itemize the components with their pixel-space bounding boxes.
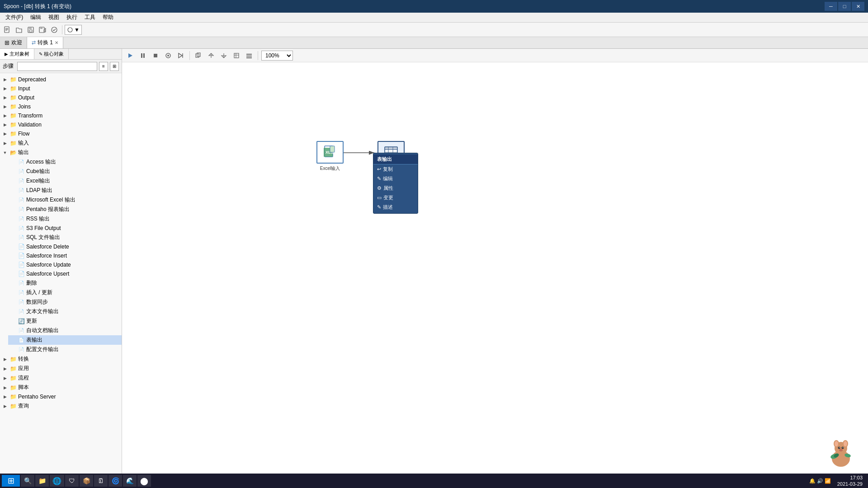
svg-rect-43: [385, 147, 397, 150]
tab-close[interactable]: ✕: [55, 40, 58, 45]
toolbar-saveas[interactable]: [37, 24, 48, 35]
tree-item-workflow[interactable]: ▶ 📁 流程: [0, 373, 122, 383]
menu-view[interactable]: 视图: [45, 13, 63, 22]
svg-rect-13: [143, 53, 145, 58]
obj-tab-main[interactable]: ▶ 主对象树: [0, 49, 34, 59]
context-popup-desc[interactable]: ✎ 描述: [373, 202, 418, 212]
tree-item-auto-doc-out[interactable]: ▶ 📄 自动文档输出: [8, 326, 122, 335]
taskbar-search[interactable]: 🔍: [21, 475, 34, 487]
stop-button[interactable]: [150, 51, 161, 61]
tree-item-pentaho-server[interactable]: ▶ 📁 Pentaho Server: [0, 392, 122, 401]
svg-marker-11: [128, 53, 132, 58]
obj-tab-core[interactable]: ✎ 核心对象: [34, 49, 69, 59]
menu-file[interactable]: 文件(F): [2, 13, 27, 22]
run-options-button[interactable]: [175, 51, 186, 61]
tree-label-input2: 输入: [18, 139, 29, 147]
taskbar-files[interactable]: 📁: [35, 475, 49, 487]
tree-item-script[interactable]: ▶ 📁 脚本: [0, 383, 122, 392]
zoom-select[interactable]: 100% 50% 75% 125% 150% 200%: [261, 51, 293, 61]
tree-item-input[interactable]: ▶ 📁 Input: [0, 84, 122, 93]
toolbar-publish[interactable]: [49, 24, 60, 35]
play-button[interactable]: [125, 51, 136, 61]
tree-item-validation[interactable]: ▶ 📁 Validation: [0, 120, 122, 129]
tree-item-app[interactable]: ▶ 📁 应用: [0, 364, 122, 373]
menu-run[interactable]: 执行: [63, 13, 81, 22]
pause-button[interactable]: [137, 51, 148, 61]
canvas-content[interactable]: XLS Excel输入: [122, 64, 868, 474]
tree-item-output2[interactable]: ▼ 📂 输出: [0, 148, 122, 157]
tree-item-joins[interactable]: ▶ 📁 Joins: [0, 102, 122, 111]
tree-item-insert-update[interactable]: ▶ 📄 插入 / 更新: [8, 288, 122, 297]
taskbar-cal[interactable]: 🗓: [94, 475, 108, 487]
tree-item-sf-insert[interactable]: ▶ 📄 Salesforce Insert: [8, 251, 122, 260]
tree-item-excel-out[interactable]: ▶ 📄 Excel输出: [8, 176, 122, 186]
tree-item-sf-delete[interactable]: ▶ 📄 Salesforce Delete: [8, 242, 122, 251]
batch3-button[interactable]: [218, 51, 229, 61]
tree-item-data-sync[interactable]: ▶ 📄 数据同步: [8, 297, 122, 307]
toolbar-new[interactable]: [2, 24, 13, 35]
menu-edit[interactable]: 编辑: [27, 13, 45, 22]
tree-item-delete[interactable]: ▶ 📄 删除: [8, 278, 122, 288]
toolbar-dropdown[interactable]: ▼: [65, 25, 82, 35]
context-popup-props[interactable]: ⚙ 属性: [373, 183, 418, 193]
menu-help[interactable]: 帮助: [99, 13, 117, 22]
batch1-button[interactable]: [193, 51, 204, 61]
tree-item-msexcel-out[interactable]: ▶ 📄 Microsoft Excel 输出: [8, 195, 122, 205]
tree-item-rss-out[interactable]: ▶ 📄 RSS 输出: [8, 214, 122, 224]
tab-transform[interactable]: ⇄ 转换 1 ✕: [27, 37, 63, 48]
menu-tools[interactable]: 工具: [81, 13, 99, 22]
tree-item-cube-out[interactable]: ▶ 📄 Cube输出: [8, 167, 122, 176]
tree-item-access-out[interactable]: ▶ 📄 Access 输出: [8, 157, 122, 167]
file-icon-excel-out: 📄: [18, 178, 25, 185]
tree-container[interactable]: ▶ 📁 Deprecated ▶ 📁 Input ▶ 📁 Output ▶ 📁 …: [0, 73, 122, 474]
start-button[interactable]: ⊞: [2, 475, 20, 487]
tab-welcome[interactable]: ⊞ 欢迎: [0, 37, 27, 48]
tree-item-sf-upsert[interactable]: ▶ 📄 Salesforce Upsert: [8, 269, 122, 278]
tree-item-transform[interactable]: ▶ 📁 Transform: [0, 111, 122, 120]
tree-item-flow[interactable]: ▶ 📁 Flow: [0, 129, 122, 138]
minimize-button[interactable]: ─: [825, 2, 837, 11]
taskbar-chrome[interactable]: ⬤: [137, 475, 151, 487]
preview-button[interactable]: [163, 51, 174, 61]
tree-item-config-out[interactable]: ▶ 📄 配置文件输出: [8, 345, 122, 354]
tree-item-deprecated[interactable]: ▶ 📁 Deprecated: [0, 75, 122, 84]
batch2-button[interactable]: [206, 51, 217, 61]
tree-item-convert[interactable]: ▶ 📁 转换: [0, 354, 122, 364]
canvas-area[interactable]: 100% 50% 75% 125% 150% 200%: [122, 49, 868, 474]
tree-item-ldap-out[interactable]: ▶ 📄 LDAP 输出: [8, 186, 122, 195]
context-popup-edit[interactable]: ✎ 编辑: [373, 174, 418, 183]
file-icon-sf-delete: 📄: [18, 243, 25, 250]
excel-input-box[interactable]: XLS: [316, 141, 344, 164]
tree-item-query[interactable]: ▶ 📁 查询: [0, 401, 122, 411]
taskbar-swirl[interactable]: 🌀: [108, 475, 122, 487]
tree-item-table-out[interactable]: ▶ 📄 表输出: [8, 335, 122, 345]
tree-item-output[interactable]: ▶ 📁 Output: [0, 93, 122, 102]
title-bar-text: Spoon - [db] 转换 1 (有变动): [4, 3, 71, 10]
tree-item-text-out[interactable]: ▶ 📄 文本文件输出: [8, 307, 122, 316]
taskbar-ie[interactable]: 🌐: [50, 475, 64, 487]
tree-item-s3-out[interactable]: ▶ 📄 S3 File Output: [8, 224, 122, 233]
excel-input-node[interactable]: XLS Excel输入: [316, 141, 344, 172]
context-popup-copy[interactable]: ↩ 复制: [373, 164, 418, 174]
taskbar-shield[interactable]: 🛡: [65, 475, 79, 487]
tree-arrow-app: ▶: [2, 366, 8, 372]
toolbar-save[interactable]: [25, 24, 36, 35]
close-button[interactable]: ✕: [852, 2, 864, 11]
svg-point-9: [52, 27, 57, 33]
tree-item-sf-update[interactable]: ▶ 📄 Salesforce Update: [8, 260, 122, 269]
taskbar-box[interactable]: 📦: [80, 475, 93, 487]
grid-view-btn[interactable]: ≡: [99, 62, 108, 71]
taskbar-wave[interactable]: 🌊: [123, 475, 137, 487]
restore-button[interactable]: □: [838, 2, 851, 11]
batch4-button[interactable]: [231, 51, 242, 61]
list-view-btn[interactable]: ⊞: [110, 62, 119, 71]
tree-item-update[interactable]: ▶ 🔄 更新: [8, 316, 122, 326]
tree-item-sql-out[interactable]: ▶ 📄 SQL 文件输出: [8, 233, 122, 242]
tree-item-pentaho-report[interactable]: ▶ 📄 Pentaho 报表输出: [8, 205, 122, 214]
file-icon-rss-out: 📄: [18, 216, 25, 223]
layout-button[interactable]: [244, 51, 255, 61]
tree-item-input2[interactable]: ▶ 📁 输入: [0, 138, 122, 148]
search-input[interactable]: [17, 62, 97, 71]
context-popup-change[interactable]: ▭ 变更: [373, 193, 418, 202]
toolbar-open[interactable]: [14, 24, 24, 35]
